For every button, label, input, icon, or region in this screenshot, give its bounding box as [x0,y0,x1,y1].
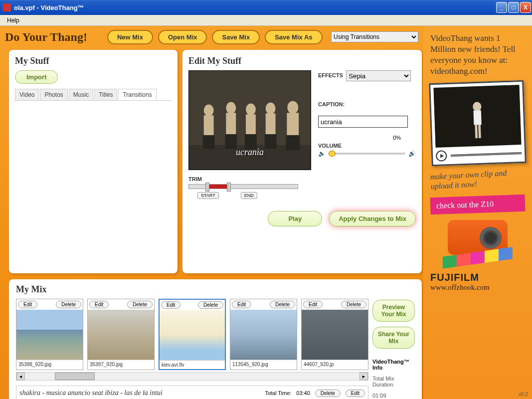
svg-point-10 [287,101,298,114]
my-mix-panel: My Mix EditDelete35388_920.jpgEditDelete… [9,279,422,399]
effects-label: EFFECTS [318,72,343,78]
audio-track-row: shakira - musica anuncio seat ibiza - la… [16,386,368,399]
svg-rect-16 [286,135,300,150]
trim-end-chip: END [241,192,257,199]
clip-item[interactable]: EditDelete35387_920.jpg [87,299,155,370]
clip-delete-button[interactable]: Delete [198,301,223,309]
svg-rect-13 [225,134,237,149]
window-title: ola.vpf - VideoThang™ [14,4,496,11]
clip-delete-button[interactable]: Delete [127,301,153,308]
clip-edit-button[interactable]: Edit [232,301,251,308]
speaker-icon: 🔊 [408,150,416,157]
clip-edit-button[interactable]: Edit [303,301,323,308]
audio-edit-button[interactable]: Edit [346,390,365,397]
edit-title: Edit My Stuff [188,56,416,66]
clip-filename: 35388_920.jpg [16,360,83,369]
clip-edit-button[interactable]: Edit [18,301,37,308]
scroll-left-arrow[interactable]: ◄ [16,373,25,380]
scroll-thumb[interactable] [55,373,95,380]
tab-music[interactable]: Music [69,89,93,100]
help-topic-dropdown[interactable]: Using Transitions [331,31,418,42]
tab-video[interactable]: Video [15,89,39,100]
clip-filename: 44607_920.jp [302,360,368,369]
speaker-mute-icon: 🔈 [318,150,326,157]
total-time-value: 03:40 [296,390,310,396]
svg-point-4 [226,102,236,114]
close-button[interactable]: X [520,2,531,13]
apply-changes-button[interactable]: Apply Changes to Mix [329,211,416,226]
clip-delete-button[interactable]: Delete [56,301,81,308]
minimize-button[interactable]: _ [496,2,507,13]
app-logo-text: Do Your Thang! [5,30,87,44]
edit-panel: Edit My Stuff [182,50,422,273]
promo-video [433,85,521,148]
open-mix-button[interactable]: Open Mix [158,30,207,44]
maximize-button[interactable]: □ [508,2,519,13]
clip-delete-button[interactable]: Delete [270,301,295,308]
save-mix-button[interactable]: Save Mix [212,30,260,44]
promo-play-button[interactable] [436,151,447,162]
clip-item[interactable]: EditDeletekiev.avi.flv [159,299,226,370]
clips-scrollbar[interactable]: ◄ ► [16,372,368,381]
clip-filename: 35387_920.jpg [88,360,154,369]
tab-titles[interactable]: Titles [94,89,117,100]
audio-track-title: shakira - musica anuncio seat ibiza - la… [19,389,260,397]
caption-input[interactable] [318,116,408,128]
my-stuff-tabs: Video Photos Music Titles Transitions [15,89,172,101]
clip-filename: kiev.avi.flv [160,360,225,369]
share-mix-button[interactable]: Share Your Mix [372,327,415,349]
trim-start-chip: START [197,192,219,199]
preview-caption-overlay: ucrania [236,147,264,158]
play-button[interactable]: Play [268,211,322,226]
preview-mix-button[interactable]: Preview Your Mix [372,300,415,322]
caption-label: CAPTION: [318,101,416,107]
my-mix-title: My Mix [16,284,415,295]
menu-help[interactable]: Help [3,16,23,25]
clip-edit-button[interactable]: Edit [89,301,109,308]
effects-dropdown[interactable]: Sepia [346,70,411,81]
clip-filename: 113545_920.jpg [230,360,297,369]
promo-video-frame [429,80,527,167]
promo-sidebar: VideoThang wants 1 Million new friends! … [423,26,532,399]
trim-label: TRIM [188,176,416,182]
offzhook-url[interactable]: www.offzhook.com [430,283,525,292]
video-preview: ucrania [188,70,311,170]
volume-slider[interactable] [329,153,405,155]
import-button[interactable]: Import [15,70,58,84]
trim-bar[interactable] [188,184,298,189]
new-mix-button[interactable]: New Mix [107,30,153,44]
audio-delete-button[interactable]: Delete [315,390,341,397]
clip-edit-button[interactable]: Edit [161,301,180,309]
svg-rect-21 [478,125,481,138]
clip-delete-button[interactable]: Delete [341,301,366,308]
trim-end-handle[interactable] [227,183,231,192]
clip-thumbnail [160,310,225,360]
svg-rect-15 [265,134,277,149]
tab-photos[interactable]: Photos [40,89,67,100]
clip-thumbnail [16,310,83,360]
my-stuff-title: My Stuff [15,56,172,66]
clip-item[interactable]: EditDelete44607_920.jp [301,299,368,370]
clip-item[interactable]: EditDelete35388_920.jpg [16,299,83,370]
promo-text: VideoThang wants 1 Million new friends! … [430,33,525,77]
tab-transitions[interactable]: Transitions [118,89,156,100]
menubar: Help [0,15,532,26]
svg-point-6 [246,103,256,115]
total-time-label: Total Time: [265,390,291,396]
svg-rect-19 [473,111,481,125]
version-label: v0.2 [519,392,528,397]
clip-item[interactable]: EditDelete113545_920.jpg [230,299,297,370]
volume-thumb[interactable] [329,151,336,157]
header-toolbar: Do Your Thang! New Mix Open Mix Save Mix… [0,26,423,48]
z10-banner[interactable]: check out the Z10 [430,194,525,214]
scroll-right-arrow[interactable]: ► [359,373,368,380]
clips-strip: EditDelete35388_920.jpgEditDelete35387_9… [16,299,368,370]
clip-thumbnail [230,310,297,360]
volume-percent: 0% [393,135,401,141]
fujifilm-logo: FUJIFILM [430,272,525,283]
svg-rect-12 [203,135,215,149]
promo-slider[interactable] [451,152,522,157]
save-mix-as-button[interactable]: Save Mix As [265,30,322,44]
trim-start-handle[interactable] [205,183,209,192]
app-icon [3,3,11,11]
